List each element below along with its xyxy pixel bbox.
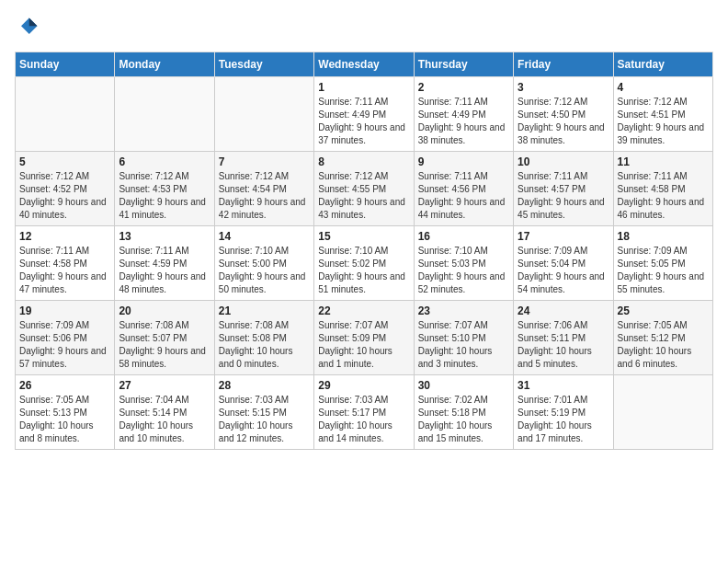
calendar-cell: 24Sunrise: 7:06 AM Sunset: 5:11 PM Dayli…	[514, 301, 613, 375]
calendar-cell	[613, 375, 712, 450]
weekday-header-monday: Monday	[115, 52, 214, 77]
day-info: Sunrise: 7:12 AM Sunset: 4:52 PM Dayligh…	[19, 170, 110, 222]
day-number: 20	[119, 304, 210, 317]
day-info: Sunrise: 7:09 AM Sunset: 5:06 PM Dayligh…	[19, 319, 110, 371]
calendar-cell: 26Sunrise: 7:05 AM Sunset: 5:13 PM Dayli…	[16, 375, 115, 450]
day-info: Sunrise: 7:04 AM Sunset: 5:14 PM Dayligh…	[119, 394, 210, 445]
calendar-cell: 19Sunrise: 7:09 AM Sunset: 5:06 PM Dayli…	[16, 301, 115, 375]
svg-marker-1	[29, 18, 38, 27]
calendar-cell: 8Sunrise: 7:12 AM Sunset: 4:55 PM Daylig…	[314, 152, 414, 226]
day-info: Sunrise: 7:02 AM Sunset: 5:18 PM Dayligh…	[418, 394, 509, 445]
day-info: Sunrise: 7:12 AM Sunset: 4:55 PM Dayligh…	[318, 170, 409, 222]
day-info: Sunrise: 7:10 AM Sunset: 5:03 PM Dayligh…	[418, 245, 509, 296]
calendar-cell: 31Sunrise: 7:01 AM Sunset: 5:19 PM Dayli…	[514, 375, 613, 450]
day-info: Sunrise: 7:12 AM Sunset: 4:54 PM Dayligh…	[219, 170, 310, 222]
day-info: Sunrise: 7:10 AM Sunset: 5:00 PM Dayligh…	[219, 245, 310, 296]
calendar-cell: 5Sunrise: 7:12 AM Sunset: 4:52 PM Daylig…	[16, 152, 115, 226]
day-number: 9	[418, 155, 509, 168]
weekday-header-friday: Friday	[514, 52, 613, 77]
day-number: 16	[418, 230, 509, 243]
calendar-cell: 12Sunrise: 7:11 AM Sunset: 4:58 PM Dayli…	[16, 226, 115, 301]
day-number: 26	[19, 379, 110, 392]
calendar-cell: 2Sunrise: 7:11 AM Sunset: 4:49 PM Daylig…	[414, 77, 513, 152]
day-info: Sunrise: 7:09 AM Sunset: 5:04 PM Dayligh…	[518, 245, 609, 296]
day-number: 5	[19, 155, 110, 168]
day-number: 25	[618, 304, 709, 317]
calendar-week-1: 1Sunrise: 7:11 AM Sunset: 4:49 PM Daylig…	[16, 77, 713, 152]
day-number: 19	[19, 304, 110, 317]
day-info: Sunrise: 7:11 AM Sunset: 4:56 PM Dayligh…	[418, 170, 509, 222]
day-number: 29	[318, 379, 409, 392]
calendar-week-3: 12Sunrise: 7:11 AM Sunset: 4:58 PM Dayli…	[16, 226, 713, 301]
calendar-cell: 23Sunrise: 7:07 AM Sunset: 5:10 PM Dayli…	[414, 301, 513, 375]
calendar-cell: 7Sunrise: 7:12 AM Sunset: 4:54 PM Daylig…	[214, 152, 313, 226]
calendar-cell: 27Sunrise: 7:04 AM Sunset: 5:14 PM Dayli…	[115, 375, 214, 450]
day-info: Sunrise: 7:11 AM Sunset: 4:49 PM Dayligh…	[418, 96, 509, 147]
day-number: 13	[119, 230, 210, 243]
calendar-cell: 6Sunrise: 7:12 AM Sunset: 4:53 PM Daylig…	[115, 152, 214, 226]
day-info: Sunrise: 7:12 AM Sunset: 4:50 PM Dayligh…	[518, 96, 609, 147]
day-number: 14	[219, 230, 310, 243]
day-number: 8	[318, 155, 409, 168]
calendar-cell: 20Sunrise: 7:08 AM Sunset: 5:07 PM Dayli…	[115, 301, 214, 375]
day-number: 1	[318, 81, 409, 94]
day-number: 24	[518, 304, 609, 317]
calendar-cell: 15Sunrise: 7:10 AM Sunset: 5:02 PM Dayli…	[314, 226, 414, 301]
calendar-cell: 17Sunrise: 7:09 AM Sunset: 5:04 PM Dayli…	[514, 226, 613, 301]
day-number: 31	[518, 379, 609, 392]
day-number: 22	[318, 304, 409, 317]
calendar-cell: 4Sunrise: 7:12 AM Sunset: 4:51 PM Daylig…	[613, 77, 712, 152]
calendar-cell: 28Sunrise: 7:03 AM Sunset: 5:15 PM Dayli…	[214, 375, 313, 450]
weekday-header-tuesday: Tuesday	[214, 52, 313, 77]
day-number: 10	[518, 155, 609, 168]
calendar-cell: 16Sunrise: 7:10 AM Sunset: 5:03 PM Dayli…	[414, 226, 513, 301]
calendar-cell: 30Sunrise: 7:02 AM Sunset: 5:18 PM Dayli…	[414, 375, 513, 450]
weekday-header-wednesday: Wednesday	[314, 52, 414, 77]
calendar-cell: 14Sunrise: 7:10 AM Sunset: 5:00 PM Dayli…	[214, 226, 313, 301]
day-info: Sunrise: 7:11 AM Sunset: 4:58 PM Dayligh…	[618, 170, 709, 222]
calendar-cell: 9Sunrise: 7:11 AM Sunset: 4:56 PM Daylig…	[414, 152, 513, 226]
day-number: 7	[219, 155, 310, 168]
day-info: Sunrise: 7:06 AM Sunset: 5:11 PM Dayligh…	[518, 319, 609, 371]
day-number: 23	[418, 304, 509, 317]
weekday-header-sunday: Sunday	[16, 52, 115, 77]
day-number: 28	[219, 379, 310, 392]
day-number: 11	[618, 155, 709, 168]
calendar-table: SundayMondayTuesdayWednesdayThursdayFrid…	[15, 52, 713, 450]
day-info: Sunrise: 7:08 AM Sunset: 5:08 PM Dayligh…	[219, 319, 310, 371]
calendar-cell: 21Sunrise: 7:08 AM Sunset: 5:08 PM Dayli…	[214, 301, 313, 375]
day-info: Sunrise: 7:03 AM Sunset: 5:15 PM Dayligh…	[219, 394, 310, 445]
day-number: 4	[618, 81, 709, 94]
day-info: Sunrise: 7:07 AM Sunset: 5:09 PM Dayligh…	[318, 319, 409, 371]
day-info: Sunrise: 7:11 AM Sunset: 4:59 PM Dayligh…	[119, 245, 210, 296]
day-info: Sunrise: 7:11 AM Sunset: 4:58 PM Dayligh…	[19, 245, 110, 296]
day-info: Sunrise: 7:01 AM Sunset: 5:19 PM Dayligh…	[518, 394, 609, 445]
calendar-cell: 25Sunrise: 7:05 AM Sunset: 5:12 PM Dayli…	[613, 301, 712, 375]
day-number: 30	[418, 379, 509, 392]
day-number: 15	[318, 230, 409, 243]
day-info: Sunrise: 7:12 AM Sunset: 4:51 PM Dayligh…	[618, 96, 709, 147]
calendar-cell: 13Sunrise: 7:11 AM Sunset: 4:59 PM Dayli…	[115, 226, 214, 301]
calendar-cell: 18Sunrise: 7:09 AM Sunset: 5:05 PM Dayli…	[613, 226, 712, 301]
day-info: Sunrise: 7:07 AM Sunset: 5:10 PM Dayligh…	[418, 319, 509, 371]
day-info: Sunrise: 7:05 AM Sunset: 5:12 PM Dayligh…	[618, 319, 709, 371]
calendar-week-5: 26Sunrise: 7:05 AM Sunset: 5:13 PM Dayli…	[16, 375, 713, 450]
day-info: Sunrise: 7:11 AM Sunset: 4:57 PM Dayligh…	[518, 170, 609, 222]
calendar-cell: 1Sunrise: 7:11 AM Sunset: 4:49 PM Daylig…	[314, 77, 414, 152]
day-info: Sunrise: 7:10 AM Sunset: 5:02 PM Dayligh…	[318, 245, 409, 296]
day-info: Sunrise: 7:05 AM Sunset: 5:13 PM Dayligh…	[19, 394, 110, 445]
calendar-cell	[214, 77, 313, 152]
calendar-cell	[16, 77, 115, 152]
calendar-cell: 3Sunrise: 7:12 AM Sunset: 4:50 PM Daylig…	[514, 77, 613, 152]
day-number: 18	[618, 230, 709, 243]
weekday-header-saturday: Saturday	[613, 52, 712, 77]
day-info: Sunrise: 7:03 AM Sunset: 5:17 PM Dayligh…	[318, 394, 409, 445]
day-number: 3	[518, 81, 609, 94]
day-number: 27	[119, 379, 210, 392]
calendar-header-row: SundayMondayTuesdayWednesdayThursdayFrid…	[16, 52, 713, 77]
calendar-cell	[115, 77, 214, 152]
day-number: 6	[119, 155, 210, 168]
day-info: Sunrise: 7:08 AM Sunset: 5:07 PM Dayligh…	[119, 319, 210, 371]
calendar-cell: 11Sunrise: 7:11 AM Sunset: 4:58 PM Dayli…	[613, 152, 712, 226]
calendar-cell: 10Sunrise: 7:11 AM Sunset: 4:57 PM Dayli…	[514, 152, 613, 226]
